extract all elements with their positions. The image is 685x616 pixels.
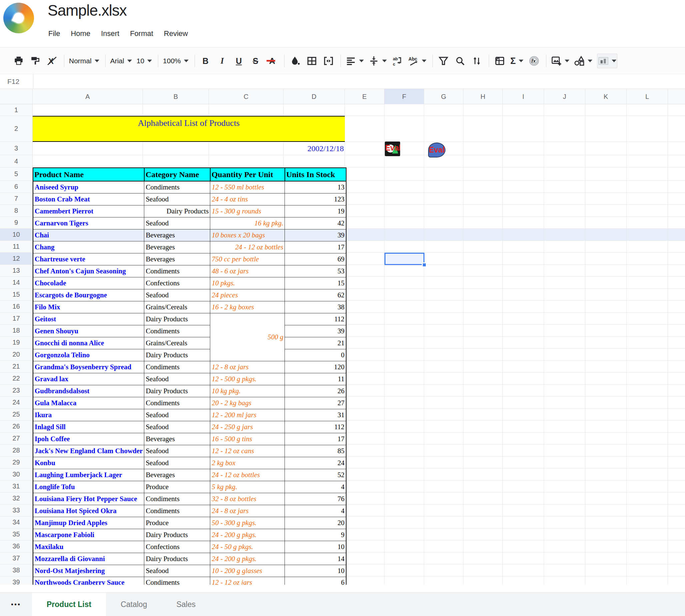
category-cell[interactable]: Seafood xyxy=(144,373,210,385)
insert-chart-icon[interactable] xyxy=(597,53,617,68)
product-name-cell[interactable]: Inlagd Sill xyxy=(33,421,144,433)
menu-home[interactable]: Home xyxy=(71,29,90,38)
row-header-31[interactable]: 31 xyxy=(0,481,33,492)
function-icon[interactable]: fx xyxy=(528,53,540,68)
row-header-17[interactable]: 17 xyxy=(0,313,33,324)
product-name-cell[interactable]: Maxilaku xyxy=(33,541,144,553)
category-cell[interactable]: Condiments xyxy=(144,265,210,277)
corner-cell[interactable] xyxy=(0,89,33,104)
product-name-cell[interactable]: Manjimup Dried Apples xyxy=(33,517,144,529)
column-header-J[interactable]: J xyxy=(544,89,585,104)
product-name-cell[interactable]: Louisiana Hot Spiced Okra xyxy=(33,505,144,517)
product-name-cell[interactable]: Chang xyxy=(33,241,144,253)
quantity-cell[interactable]: 12 - 500 g pkgs. xyxy=(210,373,285,385)
date-cell[interactable]: 2002/12/18 xyxy=(283,142,345,155)
column-header-D[interactable]: D xyxy=(283,89,345,104)
units-cell[interactable]: 120 xyxy=(285,361,346,373)
category-cell[interactable]: Condiments xyxy=(144,577,210,585)
text-wrap-icon[interactable]: abc xyxy=(391,53,404,68)
quantity-cell[interactable]: 15 - 300 g rounds xyxy=(210,205,285,217)
quantity-cell[interactable]: 32 - 8 oz bottles xyxy=(210,493,285,505)
quantity-cell[interactable]: 12 - 12 oz cans xyxy=(210,445,285,457)
row-header-35[interactable]: 35 xyxy=(0,528,33,540)
category-cell[interactable]: Seafood xyxy=(144,421,210,433)
print-icon[interactable] xyxy=(13,53,25,68)
column-header-F[interactable]: F xyxy=(384,89,424,104)
tab-sales[interactable]: Sales xyxy=(162,593,210,616)
units-cell[interactable]: 42 xyxy=(285,217,346,229)
tab-product-list[interactable]: Product List xyxy=(32,593,106,616)
units-cell[interactable]: 17 xyxy=(285,433,346,445)
units-cell[interactable]: 85 xyxy=(285,445,346,457)
product-name-cell[interactable]: Chartreuse verte xyxy=(33,253,144,265)
font-size-dropdown[interactable]: 10 xyxy=(136,53,152,68)
row-header-34[interactable]: 34 xyxy=(0,516,33,528)
quantity-cell[interactable]: 48 - 6 oz jars xyxy=(210,265,285,277)
category-cell[interactable]: Dairy Products xyxy=(144,205,210,217)
zoom-dropdown[interactable]: 100% xyxy=(163,53,189,68)
italic-button[interactable]: I xyxy=(216,53,228,68)
column-header-E[interactable]: E xyxy=(345,89,384,104)
selected-cell-F12[interactable] xyxy=(384,253,425,265)
freeze-icon[interactable] xyxy=(494,53,506,68)
quantity-cell[interactable]: 2 kg box xyxy=(210,457,285,469)
title-banner[interactable]: Alphabetical List of Products xyxy=(33,116,345,142)
product-name-cell[interactable]: Mozzarella di Giovanni xyxy=(33,553,144,565)
strikethrough-button[interactable]: S xyxy=(250,53,261,68)
units-cell[interactable]: 39 xyxy=(285,229,346,241)
row-header-38[interactable]: 38 xyxy=(0,565,33,576)
category-cell[interactable]: Beverages xyxy=(144,469,210,481)
menu-file[interactable]: File xyxy=(48,29,60,38)
row-header-6[interactable]: 6 xyxy=(0,181,33,193)
units-cell[interactable]: 21 xyxy=(285,337,346,349)
category-cell[interactable]: Condiments xyxy=(144,505,210,517)
category-cell[interactable]: Beverages xyxy=(144,229,210,241)
product-name-cell[interactable]: Aniseed Syrup xyxy=(33,181,144,193)
units-cell[interactable]: 76 xyxy=(285,493,346,505)
category-cell[interactable]: Seafood xyxy=(144,217,210,229)
category-cell[interactable]: Seafood xyxy=(144,409,210,421)
row-header-25[interactable]: 25 xyxy=(0,409,33,420)
units-cell[interactable]: 9 xyxy=(285,529,346,541)
category-cell[interactable]: Dairy Products xyxy=(144,529,210,541)
product-name-cell[interactable]: Gnocchi di nonna Alice xyxy=(33,337,144,349)
quantity-cell[interactable]: 12 - 8 oz jars xyxy=(210,361,285,373)
table-header-2[interactable]: Quantity Per Unit xyxy=(210,168,285,181)
menu-insert[interactable]: Insert xyxy=(101,29,119,38)
units-cell[interactable]: 10 xyxy=(285,541,346,553)
product-name-cell[interactable]: Ipoh Coffee xyxy=(33,433,144,445)
underline-button[interactable]: U xyxy=(233,53,245,68)
category-cell[interactable]: Produce xyxy=(144,481,210,493)
category-cell[interactable]: Beverages xyxy=(144,241,210,253)
eval-image-blue[interactable]: Eval xyxy=(428,142,446,157)
category-cell[interactable]: Confections xyxy=(144,541,210,553)
sum-icon[interactable]: Σ xyxy=(510,53,523,68)
column-header-C[interactable]: C xyxy=(209,89,283,104)
units-cell[interactable]: 4 xyxy=(285,505,346,517)
quantity-cell[interactable]: 16 - 500 g tins xyxy=(210,433,285,445)
quantity-cell[interactable]: 500 g xyxy=(210,313,285,361)
quantity-cell[interactable]: 24 - 250 g jars xyxy=(210,421,285,433)
units-cell[interactable]: 27 xyxy=(285,397,346,409)
table-header-0[interactable]: Product Name xyxy=(33,168,144,181)
row-header-21[interactable]: 21 xyxy=(0,360,33,372)
units-cell[interactable]: 53 xyxy=(285,265,346,277)
vertical-align-icon[interactable] xyxy=(368,53,387,68)
row-header-39[interactable]: 39 xyxy=(0,576,33,585)
column-header-K[interactable]: K xyxy=(585,89,627,104)
units-cell[interactable]: 31 xyxy=(285,409,346,421)
category-cell[interactable]: Condiments xyxy=(144,361,210,373)
quantity-cell[interactable]: 24 pieces xyxy=(210,289,285,301)
category-cell[interactable]: Condiments xyxy=(144,181,210,193)
row-header-23[interactable]: 23 xyxy=(0,384,33,396)
row-header-26[interactable]: 26 xyxy=(0,421,33,432)
row-header-5[interactable]: 5 xyxy=(0,168,33,180)
product-name-cell[interactable]: Escargots de Bourgogne xyxy=(33,289,144,301)
row-header-15[interactable]: 15 xyxy=(0,289,33,300)
row-header-22[interactable]: 22 xyxy=(0,373,33,384)
quantity-cell[interactable]: 24 - 8 oz jars xyxy=(210,505,285,517)
product-name-cell[interactable]: Chef Anton's Cajun Seasoning xyxy=(33,265,144,277)
units-cell[interactable]: 69 xyxy=(285,253,346,265)
insert-image-icon[interactable] xyxy=(551,53,570,68)
borders-icon[interactable] xyxy=(306,53,318,68)
